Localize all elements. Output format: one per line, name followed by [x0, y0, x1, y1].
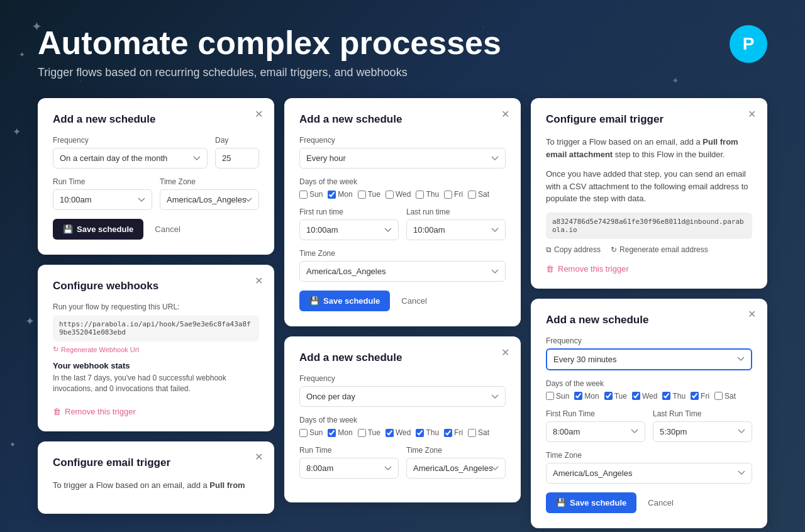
c6-mon-label: Mon — [584, 392, 599, 401]
c6-day-wed: Wed — [632, 392, 657, 401]
card1-day-select[interactable]: 25 — [215, 148, 259, 169]
remove-webhook-button[interactable]: 🗑 Remove this trigger — [53, 407, 136, 416]
page-subtitle: Trigger flows based on recurring schedul… — [38, 66, 501, 79]
card1-freq-row: Frequency On a certain day of the month … — [53, 136, 259, 169]
card6-btn-row: 💾 Save schedule Cancel — [546, 492, 752, 513]
regenerate-email-label: Regenerate email address — [619, 245, 708, 254]
schedule-card-monthly: ✕ Add a new schedule Frequency On a cert… — [38, 98, 274, 255]
card2-save-label: Save schedule — [323, 296, 380, 306]
card6-freq-select[interactable]: Every 30 minutes — [546, 348, 752, 370]
copy-address-link[interactable]: ⧉ Copy address — [546, 245, 601, 254]
card5-runtime-select[interactable]: 8:00am — [299, 458, 399, 479]
card2-save-button[interactable]: 💾 Save schedule — [299, 291, 390, 311]
close-button-card5[interactable]: ✕ — [498, 345, 512, 359]
day-fri-checkbox[interactable] — [444, 191, 452, 199]
card1-tz-select[interactable]: America/Los_Angeles — [160, 189, 259, 210]
card6-tz-select[interactable]: America/Los_Angeles — [546, 463, 752, 484]
card6-tz-label: Time Zone — [546, 451, 752, 460]
card6-firstrun-label: First Run Time — [546, 409, 645, 418]
c5-day-tue: Tue — [358, 428, 380, 437]
regenerate-webhook-link[interactable]: ↻ Regenerate Webhook Url — [53, 345, 259, 353]
c5-sun-label: Sun — [309, 428, 323, 437]
card6-title: Add a new schedule — [546, 314, 752, 326]
card2-freq-row: Frequency Every hour — [299, 136, 506, 169]
trash-icon-webhook: 🗑 — [53, 407, 61, 416]
card2-freq-select[interactable]: Every hour — [299, 148, 506, 169]
card5-days-label: Days of the week — [299, 416, 506, 424]
card2-firstrun-select[interactable]: 10:00am — [299, 219, 399, 240]
c5-wed-checkbox[interactable] — [386, 429, 394, 437]
column-2: ✕ Add a new schedule Frequency Every hou… — [284, 98, 521, 528]
card5-freq-group: Frequency Once per day — [299, 374, 506, 407]
c6-day-fri: Fri — [691, 392, 709, 401]
day-mon: Mon — [328, 190, 352, 199]
day-fri: Fri — [444, 190, 463, 199]
card2-tz-select[interactable]: America/Los_Angeles — [299, 261, 506, 282]
remove-email-trigger-button[interactable]: 🗑 Remove this trigger — [546, 264, 629, 274]
refresh-icon: ↻ — [611, 245, 617, 254]
day-wed-checkbox[interactable] — [386, 191, 394, 199]
close-button-email2[interactable]: ✕ — [252, 450, 265, 464]
c5-thu-checkbox[interactable] — [416, 429, 424, 437]
card2-firstrun-label: First run time — [299, 208, 399, 216]
schedule-card-daily: ✕ Add a new schedule Frequency Once per … — [284, 336, 521, 502]
day-tue: Tue — [358, 190, 380, 199]
c6-mon-checkbox[interactable] — [574, 392, 582, 400]
card6-firstrun-select[interactable]: 8:00am — [546, 421, 645, 442]
card5-tz-select[interactable]: America/Los_Angeles — [406, 458, 506, 479]
day-wed-label: Wed — [396, 190, 411, 199]
c6-sun-label: Sun — [556, 392, 569, 401]
save-icon-card6: 💾 — [556, 498, 566, 507]
c6-fri-checkbox[interactable] — [691, 392, 699, 400]
c6-thu-checkbox[interactable] — [662, 392, 670, 400]
webhook-card: ✕ Configure webhooks Run your flow by re… — [38, 265, 274, 431]
close-button-webhook[interactable]: ✕ — [252, 274, 265, 287]
card6-lastrun-select[interactable]: 5:30pm — [653, 421, 752, 442]
card1-save-button[interactable]: 💾 Save schedule — [53, 219, 143, 240]
card5-freq-select[interactable]: Once per day — [299, 386, 506, 407]
c5-sat-checkbox[interactable] — [468, 429, 476, 437]
card1-runtime-select[interactable]: 10:00am — [53, 189, 152, 210]
card2-cancel-button[interactable]: Cancel — [395, 291, 433, 311]
close-button-card6[interactable]: ✕ — [745, 308, 758, 321]
day-sun-checkbox[interactable] — [299, 191, 308, 199]
c6-tue-checkbox[interactable] — [604, 392, 613, 400]
day-sun: Sun — [299, 190, 323, 199]
day-mon-label: Mon — [338, 190, 352, 199]
c5-mon-checkbox[interactable] — [328, 429, 336, 437]
day-thu-checkbox[interactable] — [416, 191, 424, 199]
card1-cancel-button[interactable]: Cancel — [148, 219, 186, 240]
card6-freq-label: Frequency — [546, 336, 752, 345]
day-tue-checkbox[interactable] — [358, 191, 366, 199]
card6-cancel-button[interactable]: Cancel — [641, 492, 679, 513]
c5-sun-checkbox[interactable] — [299, 429, 308, 437]
regenerate-email-link[interactable]: ↻ Regenerate email address — [611, 245, 708, 254]
card2-title: Add a new schedule — [299, 113, 506, 126]
card1-freq-select[interactable]: On a certain day of the month — [53, 148, 208, 169]
c5-tue-label: Tue — [368, 428, 380, 437]
c6-sat-checkbox[interactable] — [714, 392, 723, 400]
c6-wed-checkbox[interactable] — [632, 392, 640, 400]
close-icon-email: ✕ — [748, 108, 756, 120]
c5-day-fri: Fri — [444, 428, 463, 437]
day-tue-label: Tue — [368, 190, 380, 199]
close-button-email[interactable]: ✕ — [745, 107, 758, 121]
day-sat-checkbox[interactable] — [468, 191, 476, 199]
card2-lastrun-select[interactable]: 10:00am — [406, 219, 506, 240]
card5-runtime-label: Run Time — [299, 446, 399, 455]
email-actions-row: ⧉ Copy address ↻ Regenerate email addres… — [546, 245, 752, 254]
c5-fri-checkbox[interactable] — [444, 429, 452, 437]
remove-webhook-label: Remove this trigger — [65, 407, 136, 416]
close-button-card1[interactable]: ✕ — [252, 107, 265, 121]
c5-tue-checkbox[interactable] — [358, 429, 366, 437]
close-button-card2[interactable]: ✕ — [498, 107, 512, 121]
day-mon-checkbox[interactable] — [328, 191, 336, 199]
c6-sun-checkbox[interactable] — [546, 392, 554, 400]
webhook-stats-title: Your webhook stats — [53, 361, 259, 370]
card1-runtime-label: Run Time — [53, 177, 152, 186]
card6-save-button[interactable]: 💾 Save schedule — [546, 492, 636, 513]
card5-title: Add a new schedule — [299, 352, 506, 364]
card1-tz-label: Time Zone — [160, 177, 259, 186]
column-1: ✕ Add a new schedule Frequency On a cert… — [38, 98, 274, 528]
card1-tz-group: Time Zone America/Los_Angeles — [160, 177, 259, 210]
